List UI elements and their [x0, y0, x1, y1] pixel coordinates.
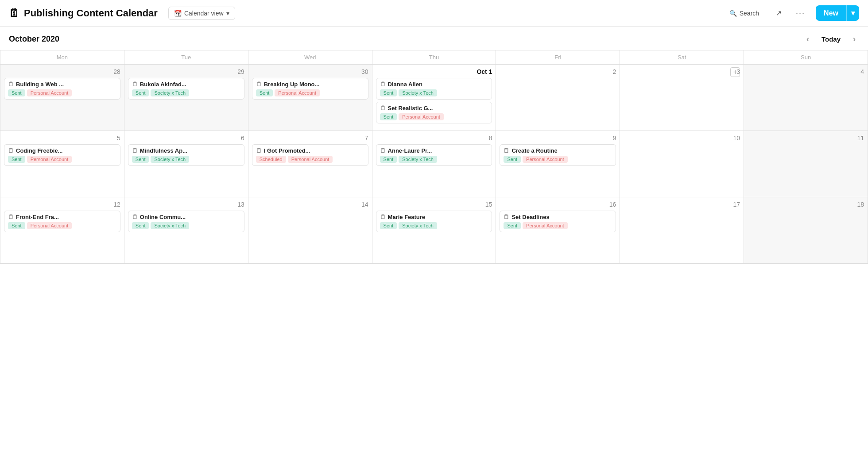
card-title-text: Anne-Laure Pr...: [388, 147, 432, 154]
card-title-1-4-0: 🗒Create a Routine: [504, 147, 612, 154]
next-month-button[interactable]: ›: [849, 33, 859, 46]
tag-sent: Sent: [380, 222, 397, 229]
day-num-2-4: 16: [500, 201, 616, 208]
calendar-grid: Mon Tue Wed Thu Fri Sat Sun 28🗒Building …: [0, 50, 868, 264]
card-title-1-2-0: 🗒I Got Promoted...: [256, 147, 364, 154]
card-title-text: I Got Promoted...: [264, 147, 310, 154]
week-2: 12🗒Front-End Fra...SentPersonal Account1…: [0, 197, 868, 264]
card-title-2-0-0: 🗒Front-End Fra...: [8, 214, 116, 220]
prev-month-button[interactable]: ‹: [803, 33, 813, 46]
document-icon: 🗒: [380, 214, 386, 220]
event-card-0-0-0[interactable]: 🗒Building a Web ...SentPersonal Account: [4, 78, 120, 100]
day-cell-0-2[interactable]: 30🗒Breaking Up Mono...SentPersonal Accou…: [248, 65, 372, 131]
event-card-2-4-0[interactable]: 🗒Set DeadlinesSentPersonal Account: [500, 211, 616, 232]
day-cell-1-2[interactable]: 7🗒I Got Promoted...ScheduledPersonal Acc…: [248, 131, 372, 197]
day-num-0-4: 2: [500, 68, 616, 75]
document-icon: 🗒: [380, 81, 386, 88]
day-cell-2-4[interactable]: 16🗒Set DeadlinesSentPersonal Account: [496, 197, 620, 264]
card-title-text: Create a Routine: [512, 147, 557, 154]
day-num-1-3: 8: [376, 135, 492, 142]
tag-society: Society x Tech: [151, 156, 189, 163]
new-button[interactable]: New ▾: [816, 5, 859, 21]
search-button[interactable]: 🔍 Search: [723, 7, 765, 19]
day-num-0-6: 4: [748, 68, 864, 75]
day-cell-1-5[interactable]: 10: [620, 131, 744, 197]
day-num-0-0: 28: [4, 68, 120, 75]
add-event-button-0-5[interactable]: +: [730, 67, 740, 77]
view-selector[interactable]: 📆 Calendar view ▾: [168, 7, 235, 20]
card-title-2-4-0: 🗒Set Deadlines: [504, 214, 612, 220]
day-cell-0-6[interactable]: 4: [744, 65, 868, 131]
day-cell-1-6[interactable]: 11: [744, 131, 868, 197]
day-num-2-2: 14: [252, 201, 368, 208]
card-title-text: Coding Freebie...: [16, 147, 62, 154]
header-sat: Sat: [620, 50, 744, 65]
day-cell-0-5[interactable]: 3+: [620, 65, 744, 131]
day-cell-2-6[interactable]: 18: [744, 197, 868, 264]
event-card-0-2-0[interactable]: 🗒Breaking Up Mono...SentPersonal Account: [252, 78, 368, 100]
more-options-button[interactable]: ···: [792, 7, 809, 19]
card-title-1-1-0: 🗒Mindfulness Ap...: [132, 147, 240, 154]
event-card-1-3-0[interactable]: 🗒Anne-Laure Pr...SentSociety x Tech: [376, 144, 492, 166]
event-card-0-1-0[interactable]: 🗒Bukola Akinfad...SentSociety x Tech: [128, 78, 244, 100]
header-fri: Fri: [496, 50, 620, 65]
card-tags: SentPersonal Account: [256, 89, 364, 96]
card-title-text: Online Commu...: [140, 214, 186, 220]
expand-button[interactable]: ↗: [772, 7, 785, 19]
day-cell-0-4[interactable]: 2: [496, 65, 620, 131]
event-card-1-4-0[interactable]: 🗒Create a RoutineSentPersonal Account: [500, 144, 616, 166]
page-title: Publishing Content Calendar: [24, 8, 158, 19]
view-calendar-icon: 📆: [174, 10, 182, 17]
tag-sent: Sent: [504, 156, 521, 163]
card-title-2-3-0: 🗒Marie Feature: [380, 214, 488, 220]
today-button[interactable]: Today: [817, 34, 845, 45]
card-title-0-3-0: 🗒Dianna Allen: [380, 81, 488, 88]
card-title-text: Breaking Up Mono...: [264, 81, 320, 88]
card-tags: SentSociety x Tech: [132, 89, 240, 96]
tag-personal: Personal Account: [27, 222, 72, 229]
event-card-2-3-0[interactable]: 🗒Marie FeatureSentSociety x Tech: [376, 211, 492, 232]
day-num-0-5: 3: [624, 68, 740, 75]
day-cell-2-0[interactable]: 12🗒Front-End Fra...SentPersonal Account: [0, 197, 124, 264]
tag-sent: Sent: [132, 156, 149, 163]
day-num-1-0: 5: [4, 135, 120, 142]
event-card-1-2-0[interactable]: 🗒I Got Promoted...ScheduledPersonal Acco…: [252, 144, 368, 166]
day-cell-2-3[interactable]: 15🗒Marie FeatureSentSociety x Tech: [372, 197, 496, 264]
card-tags: SentPersonal Account: [8, 222, 116, 229]
card-title-text: Building a Web ...: [16, 81, 64, 88]
tag-personal: Personal Account: [27, 156, 72, 163]
card-title-text: Bukola Akinfad...: [140, 81, 186, 88]
month-navigation: October 2020 ‹ Today ›: [0, 27, 868, 50]
event-card-0-3-1[interactable]: 🗒Set Realistic G...SentPersonal Account: [376, 102, 492, 123]
day-cell-1-3[interactable]: 8🗒Anne-Laure Pr...SentSociety x Tech: [372, 131, 496, 197]
card-title-1-3-0: 🗒Anne-Laure Pr...: [380, 147, 488, 154]
day-cell-1-0[interactable]: 5🗒Coding Freebie...SentPersonal Account: [0, 131, 124, 197]
card-tags: ScheduledPersonal Account: [256, 156, 364, 163]
new-button-dropdown-icon[interactable]: ▾: [846, 5, 859, 21]
day-cell-1-1[interactable]: 6🗒Mindfulness Ap...SentSociety x Tech: [124, 131, 248, 197]
event-card-0-3-0[interactable]: 🗒Dianna AllenSentSociety x Tech: [376, 78, 492, 100]
day-cell-2-1[interactable]: 13🗒Online Commu...SentSociety x Tech: [124, 197, 248, 264]
day-cell-2-5[interactable]: 17: [620, 197, 744, 264]
tag-society: Society x Tech: [399, 89, 437, 96]
weeks-container: 28🗒Building a Web ...SentPersonal Accoun…: [0, 65, 868, 264]
card-tags: SentPersonal Account: [504, 222, 612, 229]
tag-sent: Sent: [380, 113, 397, 120]
event-card-2-0-0[interactable]: 🗒Front-End Fra...SentPersonal Account: [4, 211, 120, 232]
day-cell-2-2[interactable]: 14: [248, 197, 372, 264]
document-icon: 🗒: [8, 147, 14, 154]
day-cell-1-4[interactable]: 9🗒Create a RoutineSentPersonal Account: [496, 131, 620, 197]
tag-sent: Sent: [8, 89, 25, 96]
card-title-0-2-0: 🗒Breaking Up Mono...: [256, 81, 364, 88]
event-card-1-0-0[interactable]: 🗒Coding Freebie...SentPersonal Account: [4, 144, 120, 166]
day-cell-0-0[interactable]: 28🗒Building a Web ...SentPersonal Accoun…: [0, 65, 124, 131]
day-cell-0-1[interactable]: 29🗒Bukola Akinfad...SentSociety x Tech: [124, 65, 248, 131]
document-icon: 🗒: [132, 214, 138, 220]
document-icon: 🗒: [256, 81, 262, 88]
search-label: Search: [740, 10, 759, 17]
document-icon: 🗒: [132, 147, 138, 154]
event-card-2-1-0[interactable]: 🗒Online Commu...SentSociety x Tech: [128, 211, 244, 232]
day-cell-0-3[interactable]: Oct 1🗒Dianna AllenSentSociety x Tech🗒Set…: [372, 65, 496, 131]
event-card-1-1-0[interactable]: 🗒Mindfulness Ap...SentSociety x Tech: [128, 144, 244, 166]
tag-personal: Personal Account: [27, 89, 72, 96]
